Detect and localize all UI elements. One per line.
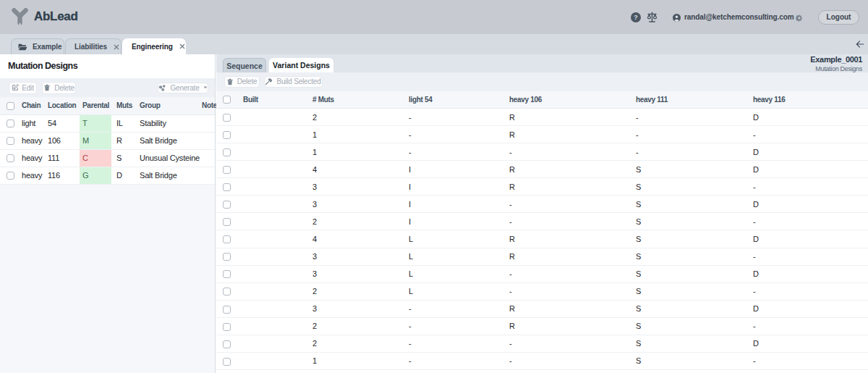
svg-text:?: ? [634, 13, 638, 21]
